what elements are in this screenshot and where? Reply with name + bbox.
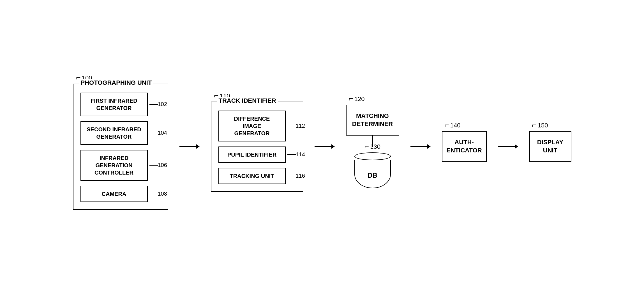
label-112: 112: [296, 123, 305, 129]
authenticator-wrapper: ⌐140 AUTH-ENTICATOR: [442, 131, 487, 162]
infrared-generation-controller-box: INFRARED GENERATIONCONTROLLER: [80, 150, 148, 181]
photographing-unit-label: PHOTOGRAPHING UNIT: [79, 79, 154, 86]
label-108: 108: [158, 191, 167, 197]
matching-db-column: ⌐120 MATCHINGDETERMINER ⌐130 DB: [346, 105, 399, 188]
db-container: ⌐130 DB: [354, 152, 391, 188]
photo-to-track-connector: [179, 144, 200, 149]
matching-determiner-box: MATCHINGDETERMINER: [346, 105, 399, 136]
label-106: 106: [158, 162, 167, 168]
label-114: 114: [296, 151, 305, 158]
track-identifier-wrapper: ⌐110 TRACK IDENTIFIER DIFFERENCE IMAGEGE…: [211, 102, 303, 192]
db-number: ⌐130: [364, 142, 380, 151]
label-104: 104: [158, 130, 167, 136]
track-identifier-box: TRACK IDENTIFIER DIFFERENCE IMAGEGENERAT…: [211, 102, 303, 192]
diagram: ⌐100 PHOTOGRAPHING UNIT FIRST INFRAREDGE…: [62, 72, 583, 221]
db-cylinder: DB: [354, 152, 391, 188]
auth-to-display-connector: [498, 144, 518, 149]
camera-connector: 108: [149, 191, 167, 197]
second-infrared-generator-box: SECOND INFRAREDGENERATOR: [80, 121, 148, 145]
tracking-unit-row: TRACKING UNIT 116: [218, 168, 296, 184]
first-infrared-generator-box: FIRST INFRAREDGENERATOR: [80, 93, 148, 116]
pupil-identifier-box: PUPIL IDENTIFIER: [218, 146, 286, 163]
second-infrared-row: SECOND INFRAREDGENERATOR 104: [80, 121, 161, 145]
pupil-identifier-row: PUPIL IDENTIFIER 114: [218, 146, 296, 163]
label-116: 116: [296, 173, 305, 179]
track-identifier-label: TRACK IDENTIFIER: [217, 97, 278, 104]
auth-number: ⌐140: [445, 120, 461, 129]
label-102: 102: [158, 101, 167, 107]
photographing-unit-box: PHOTOGRAPHING UNIT FIRST INFRAREDGENERAT…: [73, 84, 168, 210]
infrared-controller-row: INFRARED GENERATIONCONTROLLER 106: [80, 150, 161, 181]
first-infrared-row: FIRST INFRAREDGENERATOR 102: [80, 93, 161, 116]
difference-image-generator-box: DIFFERENCE IMAGEGENERATOR: [218, 111, 286, 141]
camera-row: CAMERA 108: [80, 186, 161, 202]
first-infrared-connector: 102: [149, 101, 167, 107]
photographing-unit-wrapper: ⌐100 PHOTOGRAPHING UNIT FIRST INFRAREDGE…: [73, 84, 168, 210]
cyl-top: [354, 152, 391, 160]
matching-number: ⌐120: [349, 94, 365, 103]
display-unit-wrapper: ⌐150 DISPLAYUNIT: [529, 131, 571, 162]
authenticator-box: AUTH-ENTICATOR: [442, 131, 487, 162]
diff-image-row: DIFFERENCE IMAGEGENERATOR 112: [218, 111, 296, 141]
matching-determiner-wrapper: ⌐120 MATCHINGDETERMINER: [346, 105, 399, 136]
camera-box: CAMERA: [80, 186, 148, 202]
display-number: ⌐150: [532, 120, 548, 129]
matching-to-auth-connector: [410, 144, 431, 149]
tracking-unit-connector: 116: [287, 173, 305, 179]
pupil-identifier-connector: 114: [287, 151, 305, 158]
diff-image-connector: 112: [287, 123, 305, 129]
cyl-body: DB: [354, 160, 391, 188]
infrared-controller-connector: 106: [149, 162, 167, 168]
second-infrared-connector: 104: [149, 130, 167, 136]
track-to-matching-connector: [315, 144, 335, 149]
display-unit-box: DISPLAYUNIT: [529, 131, 571, 162]
tracking-unit-box: TRACKING UNIT: [218, 168, 286, 184]
